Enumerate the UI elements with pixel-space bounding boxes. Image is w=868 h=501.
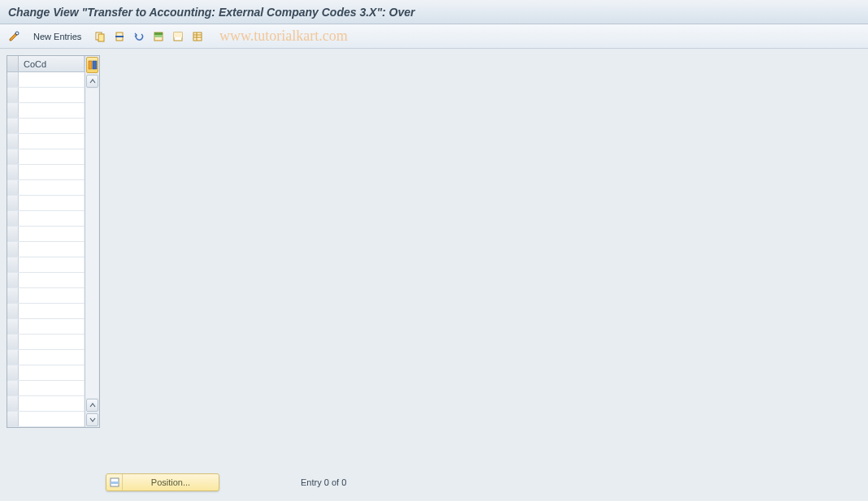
row-selector[interactable]: [7, 304, 19, 318]
position-icon-wrapper: [106, 474, 123, 490]
cell-cocd[interactable]: [19, 288, 85, 303]
table-row: [7, 350, 85, 365]
new-entries-button[interactable]: New Entries: [26, 29, 89, 44]
deselect-all-icon: [172, 31, 184, 42]
table-row: [7, 165, 85, 180]
row-selector[interactable]: [7, 149, 19, 164]
cell-cocd[interactable]: [19, 72, 85, 87]
table-config-icon: [88, 60, 98, 70]
table-row: [7, 180, 85, 196]
content-area: CoCd Position... Entry: [0, 49, 868, 501]
select-all-rows-corner[interactable]: [7, 56, 19, 71]
deselect-all-button[interactable]: [170, 28, 186, 45]
select-all-icon: [153, 31, 164, 42]
row-selector[interactable]: [7, 88, 19, 102]
table-row: [7, 304, 85, 319]
cell-cocd[interactable]: [19, 196, 85, 210]
select-all-button[interactable]: [150, 28, 167, 45]
row-selector[interactable]: [7, 273, 19, 287]
row-selector[interactable]: [7, 335, 19, 349]
row-selector[interactable]: [7, 396, 19, 411]
row-selector[interactable]: [7, 350, 19, 365]
svg-point-0: [15, 32, 19, 35]
table-print-icon: [192, 31, 203, 42]
table-body-wrapper: CoCd: [7, 56, 85, 427]
scroll-down-button[interactable]: [86, 413, 98, 426]
cell-cocd[interactable]: [19, 396, 85, 411]
row-selector[interactable]: [7, 196, 19, 210]
row-selector[interactable]: [7, 319, 19, 334]
cell-cocd[interactable]: [19, 211, 85, 226]
row-selector[interactable]: [7, 180, 19, 195]
cell-cocd[interactable]: [19, 273, 85, 287]
cell-cocd[interactable]: [19, 350, 85, 365]
cell-cocd[interactable]: [19, 381, 85, 395]
table-settings-button[interactable]: [86, 57, 98, 73]
row-selector[interactable]: [7, 227, 19, 241]
table-row: [7, 134, 85, 149]
change-display-button[interactable]: [7, 28, 23, 45]
row-selector[interactable]: [7, 365, 19, 380]
table-row: [7, 72, 85, 88]
row-selector[interactable]: [7, 165, 19, 179]
row-selector[interactable]: [7, 72, 19, 87]
chevron-up-icon: [89, 79, 96, 84]
data-table: CoCd: [7, 55, 100, 428]
row-selector[interactable]: [7, 381, 19, 395]
footer-bar: Position... Entry 0 of 0: [106, 473, 346, 491]
table-row: [7, 412, 85, 427]
cell-cocd[interactable]: [19, 165, 85, 179]
svg-rect-15: [89, 61, 92, 69]
table-row: [7, 396, 85, 412]
cell-cocd[interactable]: [19, 134, 85, 149]
cell-cocd[interactable]: [19, 365, 85, 380]
scroll-up-step-button[interactable]: [86, 399, 98, 412]
table-row: [7, 119, 85, 134]
svg-rect-9: [174, 32, 182, 35]
table-row: [7, 335, 85, 350]
application-toolbar: New Entries www.tutorialkart.com: [0, 24, 868, 49]
table-row: [7, 288, 85, 304]
entry-status-text: Entry 0 of 0: [301, 477, 346, 487]
table-row: [7, 242, 85, 257]
cell-cocd[interactable]: [19, 304, 85, 318]
scroll-up-button[interactable]: [86, 75, 98, 88]
cell-cocd[interactable]: [19, 319, 85, 334]
cell-cocd[interactable]: [19, 119, 85, 133]
page-title: Change View "Transfer to Accounting: Ext…: [8, 6, 415, 19]
title-bar: Change View "Transfer to Accounting: Ext…: [0, 0, 868, 24]
table-row: [7, 319, 85, 335]
cell-cocd[interactable]: [19, 257, 85, 272]
cell-cocd[interactable]: [19, 103, 85, 118]
row-selector[interactable]: [7, 288, 19, 303]
row-selector[interactable]: [7, 119, 19, 133]
row-selector[interactable]: [7, 257, 19, 272]
cell-cocd[interactable]: [19, 227, 85, 241]
row-selector[interactable]: [7, 242, 19, 257]
copy-as-button[interactable]: [92, 28, 108, 45]
cell-cocd[interactable]: [19, 88, 85, 102]
row-selector[interactable]: [7, 134, 19, 149]
row-selector[interactable]: [7, 103, 19, 118]
cell-cocd[interactable]: [19, 412, 85, 426]
chevron-down-icon: [89, 417, 96, 422]
position-button[interactable]: Position...: [106, 473, 219, 491]
row-selector[interactable]: [7, 412, 19, 426]
delete-button[interactable]: [111, 28, 128, 45]
table-row: [7, 196, 85, 211]
scrollbar-track[interactable]: [86, 89, 98, 398]
cell-cocd[interactable]: [19, 180, 85, 195]
table-row: [7, 88, 85, 103]
table-row: [7, 149, 85, 165]
column-header-cocd[interactable]: CoCd: [19, 56, 85, 71]
table-row: [7, 273, 85, 288]
undo-button[interactable]: [131, 28, 147, 45]
cell-cocd[interactable]: [19, 149, 85, 164]
cell-cocd[interactable]: [19, 335, 85, 349]
pencil-glasses-icon: [8, 30, 21, 43]
print-button[interactable]: [189, 28, 206, 45]
row-selector[interactable]: [7, 211, 19, 226]
position-button-label: Position...: [123, 477, 219, 487]
cell-cocd[interactable]: [19, 242, 85, 257]
svg-rect-4: [115, 36, 124, 37]
